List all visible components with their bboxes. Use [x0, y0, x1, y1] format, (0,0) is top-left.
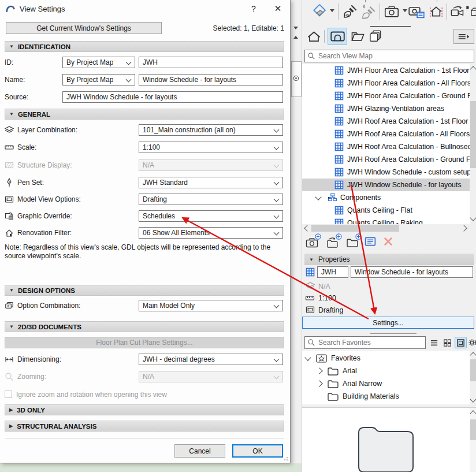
- close-button[interactable]: ✕: [272, 3, 284, 14]
- scroll-down-icon[interactable]: [470, 214, 476, 221]
- graphic-override-combo[interactable]: Schedules: [139, 210, 283, 222]
- viewpoint-settings-icon[interactable]: [365, 236, 376, 247]
- help-button[interactable]: ?: [247, 3, 260, 14]
- list-view-button[interactable]: [428, 337, 440, 348]
- scrollbar-thumb[interactable]: [470, 101, 476, 168]
- pickup-parameters-icon[interactable]: [343, 4, 358, 19]
- view-map-item[interactable]: Quants Ceiling - Flat: [302, 204, 470, 217]
- chevron-down-icon: [126, 60, 132, 65]
- settings-button[interactable]: Settings...: [302, 317, 474, 329]
- scrollbar-thumb[interactable]: [311, 225, 399, 232]
- chevron-right-icon[interactable]: [316, 367, 322, 374]
- scroll-left-icon[interactable]: [304, 225, 310, 231]
- cancel-button[interactable]: Cancel: [174, 444, 225, 458]
- dropdown-caret-icon[interactable]: [330, 9, 334, 12]
- new-viewpoint-button[interactable]: [306, 235, 318, 248]
- favorites-search[interactable]: [304, 336, 426, 349]
- camera-icon[interactable]: [384, 5, 399, 18]
- section-identification[interactable]: ▼ IDENTIFICATION: [5, 41, 284, 52]
- name-source-combo[interactable]: By Project Map: [62, 74, 135, 86]
- pen-set-combo[interactable]: JWH Standard: [139, 177, 283, 188]
- view-map-item[interactable]: JWH Roof Area Calculation - 1st Floor: [302, 115, 470, 128]
- view-map-item[interactable]: JWH Window Schedule - for layouts: [302, 179, 470, 191]
- option-combination-combo[interactable]: Main Model Only: [139, 300, 283, 311]
- chevron-right-icon[interactable]: [316, 380, 322, 386]
- view-map-item[interactable]: JWH Roof Area Calculation - Ground Flo: [302, 153, 470, 166]
- view-map-item[interactable]: JWH Glazing-Ventilation areas: [302, 102, 470, 115]
- scale-combo[interactable]: 1:100: [139, 142, 283, 153]
- favorites-item[interactable]: Favorites: [302, 352, 470, 365]
- favorites-item[interactable]: Building Materials: [302, 390, 470, 403]
- camera-settings-icon[interactable]: [408, 5, 425, 18]
- favorites-search-input[interactable]: [318, 339, 423, 347]
- chevron-down-icon[interactable]: [315, 194, 321, 200]
- schedule-icon: [334, 79, 344, 88]
- view-map-tab[interactable]: [328, 28, 347, 45]
- tree-item-label: JWH Roof Area Calculation - All Floors: [347, 130, 470, 138]
- favorites-item[interactable]: Arial Narrow: [302, 377, 470, 390]
- collapse-triangle-icon: ▼: [9, 324, 14, 329]
- section-2d3d-documents[interactable]: ▼ 2D/3D DOCUMENTS: [5, 321, 284, 332]
- view-map-search[interactable]: [304, 50, 474, 62]
- scroll-up-icon[interactable]: [470, 66, 476, 72]
- view-map-item[interactable]: JWH Roof Area Calculation - Bullnosed -: [302, 140, 470, 153]
- renovation-filter-combo[interactable]: 06 Show All Elements: [139, 227, 283, 239]
- project-map-icon[interactable]: [307, 31, 321, 42]
- scroll-right-icon[interactable]: [460, 225, 467, 231]
- axonometry-icon[interactable]: [428, 5, 444, 18]
- id-source-combo[interactable]: By Project Map: [62, 57, 135, 68]
- publisher-sets-icon[interactable]: [369, 30, 382, 42]
- resize-grip[interactable]: [282, 455, 288, 460]
- properties-id-field[interactable]: JWH: [317, 266, 348, 278]
- inject-parameters-icon[interactable]: [361, 4, 376, 19]
- scroll-up-icon[interactable]: [470, 410, 476, 417]
- id-value-field[interactable]: JWH: [139, 57, 283, 68]
- preview-vscrollbar[interactable]: [470, 408, 476, 472]
- layout-book-icon[interactable]: [351, 31, 365, 42]
- navigator-menu-button[interactable]: [453, 29, 474, 44]
- scroll-down-icon[interactable]: [470, 396, 476, 402]
- scrollbar-thumb[interactable]: [470, 359, 476, 381]
- toolbar-separator: [338, 3, 339, 20]
- section-structural-analysis[interactable]: ▶STRUCTURAL ANALYSIS: [5, 421, 284, 432]
- large-icons-view-button[interactable]: [455, 337, 467, 348]
- view-map-item[interactable]: JWH Floor Area Calculation - Ground Flo: [302, 90, 470, 102]
- name-value-field[interactable]: Window Schedule - for layouts: [139, 74, 283, 86]
- chevron-down-icon[interactable]: [304, 354, 311, 360]
- view-map-item[interactable]: Components: [302, 191, 470, 204]
- grid-view-button[interactable]: [441, 337, 453, 348]
- dimensioning-combo[interactable]: JWH - decimal degrees: [139, 354, 283, 365]
- properties-header[interactable]: ▼ Properties: [304, 254, 474, 265]
- sun-study-icon[interactable]: [465, 5, 476, 17]
- fly-through-icon[interactable]: [450, 5, 465, 17]
- view-map-item[interactable]: JWH Window Schedule - custom setup: [302, 166, 470, 179]
- new-folder-button[interactable]: [347, 235, 359, 248]
- view-map-item[interactable]: JWH Floor Area Calculation - All Floors: [302, 77, 470, 90]
- ok-button[interactable]: OK: [232, 444, 283, 458]
- rotate-fill-tool-icon[interactable]: [310, 4, 328, 19]
- section-3d-only[interactable]: ▶3D ONLY: [5, 404, 284, 415]
- view-map-item[interactable]: JWH Floor Area Calculation - 1st Floor: [302, 64, 470, 77]
- view-map-hscrollbar[interactable]: [302, 224, 470, 232]
- view-map-vscrollbar[interactable]: [470, 64, 476, 224]
- section-general[interactable]: ▼ GENERAL: [5, 109, 284, 120]
- get-current-window-settings-button[interactable]: Get Current Window's Settings: [6, 22, 162, 34]
- delete-icon[interactable]: [383, 236, 393, 247]
- favorites-item[interactable]: Arial: [302, 365, 470, 377]
- dropdown-caret-icon[interactable]: [403, 9, 407, 12]
- section-design-options[interactable]: ▼ DESIGN OPTIONS: [5, 285, 284, 296]
- view-map-search-input[interactable]: [318, 52, 471, 60]
- layer-combination-combo[interactable]: 101_Main construction (all on): [139, 124, 283, 136]
- schedule-icon: [334, 66, 344, 75]
- view-map-item[interactable]: Quants Ceiling - Raking: [302, 217, 470, 224]
- properties-name-field[interactable]: Window Schedule - for layouts: [351, 266, 473, 278]
- favorites-settings-button[interactable]: [467, 337, 476, 348]
- clone-folder-button[interactable]: [326, 235, 339, 248]
- scrollbar-thumb[interactable]: [470, 419, 476, 440]
- favorites-vscrollbar[interactable]: [470, 351, 476, 404]
- setting-label: Scale:: [17, 143, 36, 151]
- dialog-titlebar[interactable]: View Settings: [0, 0, 290, 17]
- model-view-options-combo[interactable]: Drafting: [139, 194, 283, 205]
- scroll-up-icon[interactable]: [470, 352, 476, 358]
- view-map-item[interactable]: JWH Roof Area Calculation - All Floors: [302, 128, 470, 140]
